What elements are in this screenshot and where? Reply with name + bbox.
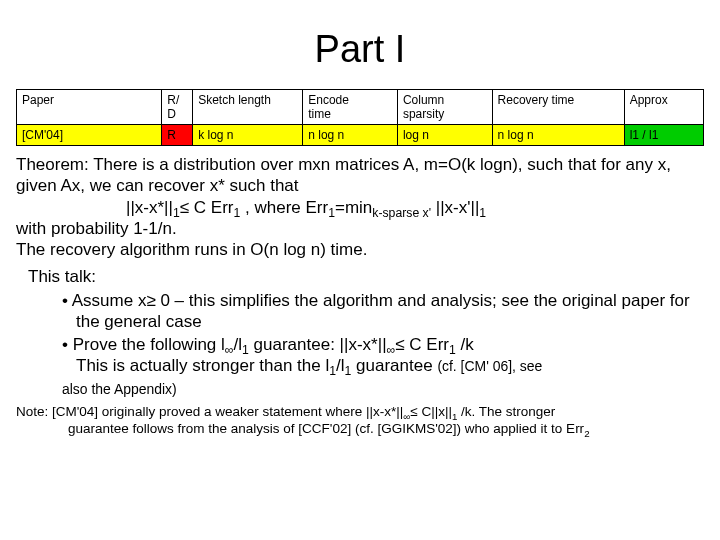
cell-paper: [CM'04] xyxy=(17,125,162,146)
cell-encode: n log n xyxy=(303,125,398,146)
cell-recovery: n log n xyxy=(492,125,624,146)
cell-sketch: k log n xyxy=(193,125,303,146)
talk-heading: This talk: xyxy=(28,267,96,286)
theorem-line3: with probability 1-1/n. xyxy=(16,219,177,238)
table-row: [CM'04] R k log n n log n log n n log n … xyxy=(17,125,704,146)
comparison-table: Paper R/D Sketch length Encodetime Colum… xyxy=(16,89,704,146)
theorem-line4: The recovery algorithm runs in O(n log n… xyxy=(16,240,367,259)
theorem-equation: ||x-x*||1≤ C Err1 , where Err1=mink-spar… xyxy=(16,198,486,217)
col-approx: Approx xyxy=(624,90,703,125)
col-sparsity: Columnsparsity xyxy=(397,90,492,125)
bullet-2: Prove the following l∞/l1 guarantee: ||x… xyxy=(62,334,704,377)
theorem-block: Theorem: There is a distribution over mx… xyxy=(16,154,704,260)
theorem-line1: Theorem: There is a distribution over mx… xyxy=(16,155,671,195)
talk-block: This talk: Assume x≥ 0 – this simplifies… xyxy=(16,266,704,398)
footnote: Note: [CM'04] originally proved a weaker… xyxy=(16,404,704,438)
col-sketch: Sketch length xyxy=(193,90,303,125)
table-header-row: Paper R/D Sketch length Encodetime Colum… xyxy=(17,90,704,125)
cell-approx: l1 / l1 xyxy=(624,125,703,146)
body-text: Theorem: There is a distribution over mx… xyxy=(16,154,704,398)
bullet-2-cont: also the Appendix) xyxy=(28,381,704,398)
slide: Part I Paper R/D Sketch length Encodetim… xyxy=(0,0,720,540)
col-encode: Encodetime xyxy=(303,90,398,125)
cell-rd: R xyxy=(162,125,193,146)
col-recovery: Recovery time xyxy=(492,90,624,125)
slide-title: Part I xyxy=(0,0,720,89)
cell-sparsity: log n xyxy=(397,125,492,146)
col-rd: R/D xyxy=(162,90,193,125)
bullet-1: Assume x≥ 0 – this simplifies the algori… xyxy=(62,290,704,333)
col-paper: Paper xyxy=(17,90,162,125)
talk-bullets: Assume x≥ 0 – this simplifies the algori… xyxy=(28,290,704,377)
